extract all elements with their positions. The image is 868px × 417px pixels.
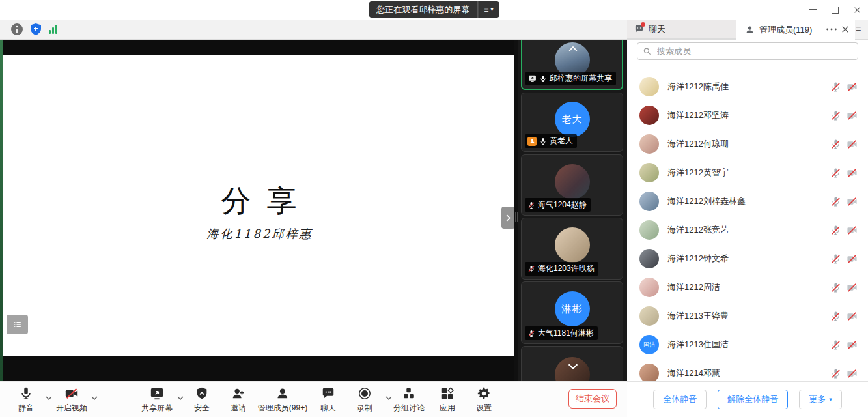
person-icon [745, 25, 755, 35]
avatar: 淋彬 [555, 291, 590, 326]
mic-muted-icon[interactable] [830, 311, 841, 322]
scroll-up-button[interactable] [568, 46, 578, 51]
member-row[interactable]: 海洋1212何琼珊 [627, 130, 868, 158]
screen-share-icon [528, 74, 537, 83]
more-button[interactable]: 更多▾ [799, 390, 842, 409]
camera-muted-icon[interactable] [847, 253, 858, 265]
start-video-button[interactable]: 开启视频 [56, 386, 87, 414]
camera-muted-icon[interactable] [847, 81, 858, 93]
tab-chat[interactable]: 聊天 [627, 20, 736, 39]
chevron-up-icon [46, 396, 52, 400]
collapse-thumbnails-handle[interactable] [501, 207, 515, 229]
more-label: 更多 [809, 394, 826, 405]
annotation-tools-button[interactable] [7, 315, 28, 334]
mic-muted-icon[interactable] [830, 368, 841, 379]
participant-name: 海气1204赵静 [538, 199, 587, 210]
mic-muted-icon[interactable] [830, 196, 841, 207]
meeting-info-button[interactable] [10, 23, 23, 36]
mic-muted-icon[interactable] [830, 139, 841, 150]
member-row[interactable]: 海洋1212黄智宇 [627, 158, 868, 187]
unmute-all-button[interactable]: 解除全体静音 [718, 390, 788, 409]
member-row[interactable]: 海洋1214邓慧 [627, 359, 868, 381]
mic-muted-icon[interactable] [830, 253, 841, 265]
panel-menu-button[interactable]: ≡ [856, 24, 861, 33]
thumbnail-label: 黄老大 [525, 134, 577, 148]
member-row[interactable]: 国洁海洋1213住国洁 [627, 330, 868, 359]
breakout-icon [402, 386, 416, 401]
chevron-up-icon [385, 396, 392, 400]
member-name: 海洋1212钟文希 [667, 253, 729, 265]
mic-muted-icon[interactable] [830, 81, 841, 93]
thumbnail-label: 大气1181何淋彬 [525, 326, 598, 340]
camera-muted-icon[interactable] [847, 368, 858, 379]
titlebar: 您正在观看邱梓惠的屏幕 ≡▾ [0, 0, 868, 20]
banner-options-button[interactable]: ≡▾ [477, 1, 499, 18]
share-screen-button[interactable]: 共享屏幕 [141, 386, 173, 414]
camera-muted-icon[interactable] [847, 110, 858, 121]
video-options-caret[interactable] [91, 396, 98, 400]
apps-button[interactable]: 应用 [440, 386, 455, 414]
mute-all-button[interactable]: 全体静音 [653, 390, 707, 409]
mic-muted-icon[interactable] [830, 225, 841, 236]
mic-muted-icon [527, 330, 535, 338]
video-thumbnail-strip: 邱梓惠的屏幕共享 老大 黄老大 海气1204赵静 海化1203许昳杨 [518, 40, 627, 381]
camera-muted-icon[interactable] [847, 196, 858, 207]
thumbnail-label: 邱梓惠的屏幕共享 [525, 72, 616, 85]
camera-muted-icon[interactable] [847, 139, 858, 150]
meeting-window: 您正在观看邱梓惠的屏幕 ≡▾ 12:13 演讲者视图 ▾ 聊天 管理成员(119… [0, 0, 868, 417]
thumbnail-participant[interactable]: 海气1204赵静 [521, 154, 623, 216]
participant-name: 黄老大 [550, 136, 573, 147]
camera-muted-icon[interactable] [847, 311, 858, 322]
host-badge-icon [527, 137, 537, 146]
members-panel: 海洋1212陈禹佳 海洋1212邓坚涛 海洋1212何琼珊 海洋1212黄智宇 … [627, 40, 868, 381]
member-row[interactable]: 海洋1212周洁 [627, 273, 868, 302]
breakout-rooms-button[interactable]: 分组讨论 [393, 386, 425, 414]
record-button[interactable]: 录制 [357, 386, 372, 414]
encryption-button[interactable] [29, 23, 42, 36]
camera-muted-icon[interactable] [847, 282, 858, 293]
member-row[interactable]: 海洋1212邓坚涛 [627, 101, 868, 130]
mic-muted-icon[interactable] [830, 110, 841, 121]
thumbnail-participant[interactable]: 海化1203许昳杨 [521, 218, 623, 280]
member-row[interactable]: 海洋1212钟文希 [627, 244, 868, 273]
scroll-down-button[interactable] [568, 364, 578, 369]
member-search[interactable] [637, 42, 858, 60]
settings-button[interactable]: 设置 [476, 386, 492, 414]
close-icon [841, 25, 849, 33]
camera-muted-icon[interactable] [847, 225, 858, 236]
member-row[interactable]: 海洋1212刘梓垚林鑫 [627, 187, 868, 216]
thumbnail-label: 海化1203许昳杨 [525, 262, 598, 276]
mic-muted-icon[interactable] [830, 339, 841, 351]
camera-muted-icon[interactable] [847, 167, 858, 179]
mute-button[interactable]: 静音 [18, 386, 34, 414]
record-options-caret[interactable] [385, 396, 392, 400]
member-name: 海洋1212陈禹佳 [667, 81, 729, 93]
close-icon [854, 7, 861, 14]
thumbnail-participant[interactable]: 淋彬 大气1181何淋彬 [521, 281, 623, 344]
share-options-caret[interactable] [177, 396, 184, 400]
member-row[interactable]: 海洋1213王铧豊 [627, 302, 868, 330]
panel-close-button[interactable] [841, 25, 849, 33]
tab-members-label: 管理成员(119) [759, 24, 812, 36]
mic-muted-icon[interactable] [830, 167, 841, 179]
close-button[interactable] [846, 0, 868, 20]
mic-muted-icon[interactable] [830, 282, 841, 293]
minimize-button[interactable] [802, 0, 824, 20]
member-row[interactable]: 海洋1212陈禹佳 [627, 72, 868, 101]
thumbnail-host[interactable]: 老大 黄老大 [521, 93, 623, 152]
avatar [639, 278, 659, 297]
person-icon [275, 386, 290, 401]
chat-button[interactable]: 聊天 [320, 386, 336, 414]
divider-grip [515, 212, 516, 222]
maximize-button[interactable] [824, 0, 846, 20]
manage-members-button[interactable]: 管理成员(99+) [258, 386, 307, 414]
invite-button[interactable]: 邀请 [231, 386, 246, 414]
search-input[interactable] [656, 46, 852, 57]
panel-more-button[interactable] [826, 27, 837, 31]
security-button[interactable]: 安全 [194, 386, 210, 414]
end-meeting-button[interactable]: 结束会议 [568, 389, 617, 409]
mute-options-caret[interactable] [46, 396, 52, 400]
camera-muted-icon[interactable] [847, 339, 858, 351]
member-row[interactable]: 海洋1212张竞艺 [627, 216, 868, 244]
member-name: 海洋1214邓慧 [667, 367, 720, 379]
